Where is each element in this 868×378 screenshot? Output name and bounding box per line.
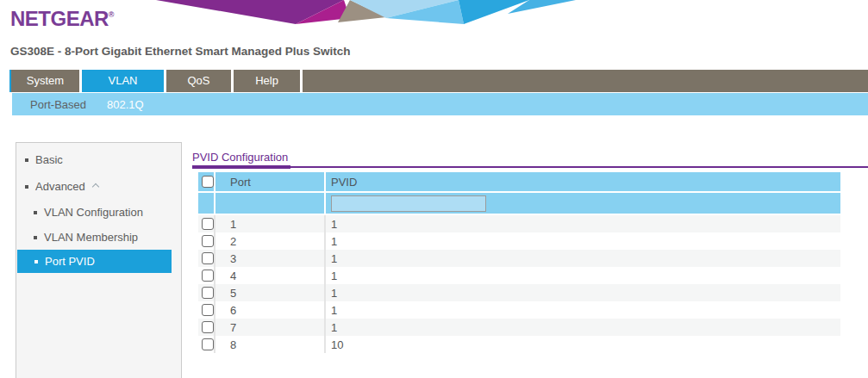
row-checkbox[interactable] xyxy=(202,235,214,247)
table-row: 11 xyxy=(198,215,840,232)
table-row: 51 xyxy=(198,284,840,301)
bullet-icon xyxy=(25,185,28,189)
sidebar: Basic Advanced VLAN Configuration VLAN M… xyxy=(16,142,182,378)
bullet-icon xyxy=(34,211,37,214)
table-row: 41 xyxy=(198,267,840,284)
sub-nav: Port-Based 802.1Q xyxy=(12,93,868,115)
tab-system[interactable]: System xyxy=(11,70,79,92)
row-checkbox-cell xyxy=(198,250,215,267)
subnav-item-port-based[interactable]: Port-Based xyxy=(30,98,86,111)
port-cell: 6 xyxy=(215,301,326,319)
row-checkbox[interactable] xyxy=(202,218,214,230)
bullet-icon xyxy=(34,260,38,263)
pvid-cell: 1 xyxy=(326,215,840,232)
pvid-table: Port PVID 11213141516171810 xyxy=(198,172,840,353)
sidebar-item-vlan-membership[interactable]: VLAN Membership xyxy=(16,230,181,245)
port-cell: 3 xyxy=(215,250,326,267)
pvid-cell: 1 xyxy=(326,250,840,267)
filter-empty-cell xyxy=(198,193,215,214)
row-checkbox-cell xyxy=(198,284,215,301)
table-header-row: Port PVID xyxy=(198,172,840,191)
pvid-cell: 1 xyxy=(326,284,840,301)
subnav-item-8021q[interactable]: 802.1Q xyxy=(107,98,144,111)
bullet-icon xyxy=(25,158,28,162)
tab-vlan[interactable]: VLAN xyxy=(82,70,164,92)
page-title: PVID Configuration xyxy=(192,151,288,164)
pvid-input[interactable] xyxy=(331,195,486,212)
row-checkbox[interactable] xyxy=(202,270,214,282)
row-checkbox[interactable] xyxy=(202,304,214,316)
port-cell: 1 xyxy=(215,215,326,232)
select-all-checkbox[interactable] xyxy=(202,176,214,188)
row-checkbox-cell xyxy=(198,232,215,250)
row-checkbox[interactable] xyxy=(202,338,214,350)
pvid-header: PVID xyxy=(326,172,840,191)
nav-filler xyxy=(303,70,868,92)
tab-qos[interactable]: QoS xyxy=(166,70,231,92)
title-underline xyxy=(192,165,868,169)
decorative-banner xyxy=(155,0,578,24)
port-header: Port xyxy=(215,172,326,191)
tab-help[interactable]: Help xyxy=(234,70,300,92)
table-row: 61 xyxy=(198,301,840,319)
table-row: 810 xyxy=(198,336,840,353)
bullet-icon xyxy=(34,236,37,239)
table-filter-row xyxy=(198,193,840,214)
table-body: 11213141516171810 xyxy=(198,215,840,353)
row-checkbox-cell xyxy=(198,267,215,284)
port-cell: 2 xyxy=(215,232,326,250)
filter-pvid-cell xyxy=(326,193,840,214)
port-cell: 8 xyxy=(215,336,326,353)
pvid-cell: 1 xyxy=(326,232,840,250)
filter-empty-cell xyxy=(215,193,326,214)
chevron-up-icon xyxy=(92,183,99,190)
main-nav: System VLAN QoS Help xyxy=(9,70,868,92)
sidebar-item-basic[interactable]: Basic xyxy=(16,152,181,168)
pvid-cell: 1 xyxy=(326,267,840,284)
port-cell: 5 xyxy=(215,284,326,301)
table-row: 71 xyxy=(198,319,840,336)
row-checkbox-cell xyxy=(198,215,215,232)
sidebar-item-vlan-configuration[interactable]: VLAN Configuration xyxy=(16,205,181,220)
row-checkbox[interactable] xyxy=(202,252,214,264)
row-checkbox[interactable] xyxy=(202,321,214,333)
row-checkbox-cell xyxy=(198,336,215,353)
row-checkbox-cell xyxy=(198,301,215,319)
row-checkbox-cell xyxy=(198,319,215,336)
device-title: GS308E - 8-Port Gigabit Ethernet Smart M… xyxy=(10,45,351,58)
sidebar-item-port-pvid[interactable]: Port PVID xyxy=(17,250,172,273)
port-cell: 4 xyxy=(215,267,326,284)
pvid-cell: 1 xyxy=(326,319,840,336)
pvid-cell: 1 xyxy=(326,301,840,319)
sidebar-item-advanced[interactable]: Advanced xyxy=(16,179,181,195)
row-checkbox[interactable] xyxy=(202,287,214,299)
port-cell: 7 xyxy=(215,319,326,336)
pvid-cell: 10 xyxy=(326,336,840,353)
table-row: 21 xyxy=(198,232,840,250)
table-row: 31 xyxy=(198,250,840,267)
registered-mark-icon: ® xyxy=(109,10,114,19)
netgear-logo: NETGEAR® xyxy=(10,7,114,31)
select-all-cell xyxy=(198,172,215,191)
